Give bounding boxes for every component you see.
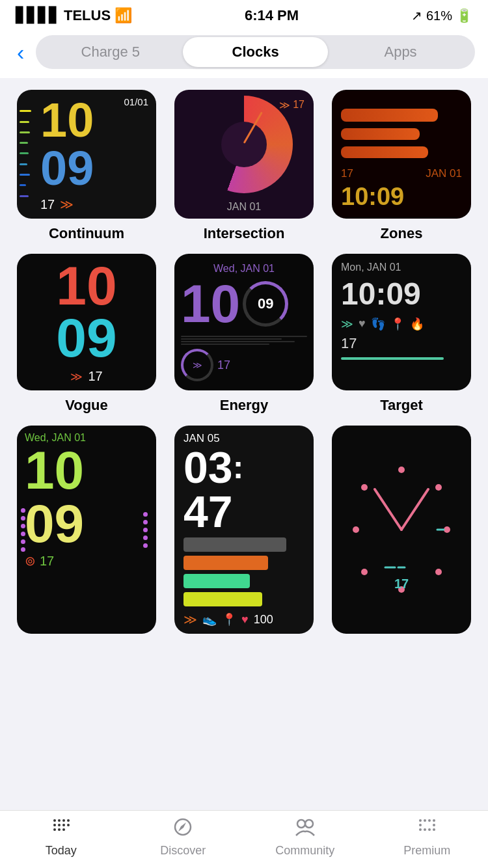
pace-bars xyxy=(183,537,305,606)
zones-meta: 17 JAN 01 xyxy=(341,167,462,180)
clock-face-pace: JAN 05 03 : 47 ≫ 👟 📍 ♥ 100 xyxy=(174,426,314,634)
back-button[interactable]: ‹ xyxy=(13,41,28,63)
conf-hour: 10 xyxy=(25,444,148,497)
nav-item-community[interactable]: Community xyxy=(266,817,344,858)
svg-point-16 xyxy=(62,819,65,822)
clock-label-zones: Zones xyxy=(381,225,423,242)
energy-chevrons-sm: ≫ xyxy=(193,360,202,370)
energy-bottom: ≫ 17 xyxy=(181,349,307,381)
target-steps-icon: 👣 xyxy=(371,317,385,331)
cont-date: 01/01 xyxy=(124,96,148,107)
clock-face-vogue: 10 09 ≫ 17 xyxy=(17,254,156,390)
nav-label-premium: Premium xyxy=(403,844,450,858)
conf-bottom: ⊚ 17 xyxy=(25,553,148,569)
energy-min: 09 xyxy=(258,295,273,312)
nav-item-discover[interactable]: Discover xyxy=(144,817,222,858)
premium-icon xyxy=(417,817,437,841)
bottom-nav: Today Discover Community xyxy=(0,810,488,868)
svg-point-20 xyxy=(53,828,56,831)
svg-point-5 xyxy=(435,569,442,575)
clock-card-confetti[interactable]: Wed, JAN 01 10 09 ⊚ 17 xyxy=(13,426,160,640)
clock-face-intersection: ≫ 17 JAN 01 xyxy=(174,90,314,219)
svg-line-9 xyxy=(401,489,428,530)
pace-steps: 100 xyxy=(254,613,273,627)
discover-icon xyxy=(173,817,193,841)
energy-date: Wed, JAN 01 xyxy=(181,263,307,275)
svg-point-17 xyxy=(53,824,56,826)
zones-steps: 17 xyxy=(341,167,353,180)
tab-charge5[interactable]: Charge 5 xyxy=(38,37,183,67)
zones-waves xyxy=(341,109,462,158)
tab-bar: Charge 5 Clocks Apps xyxy=(36,35,475,69)
wifi-icon: 📶 xyxy=(115,7,132,24)
nav-item-today[interactable]: Today xyxy=(22,817,100,858)
nav-item-premium[interactable]: Premium xyxy=(388,817,466,858)
clock-card-continuum[interactable]: 01/01 10 09 17 ≫ Continuum xyxy=(13,90,160,242)
svg-marker-26 xyxy=(178,822,186,832)
clock-card-vogue[interactable]: 10 09 ≫ 17 Vogue xyxy=(13,254,160,414)
vogue-hour: 10 xyxy=(56,260,116,312)
cont-lines xyxy=(17,90,31,219)
svg-point-28 xyxy=(305,820,313,828)
svg-point-21 xyxy=(58,828,61,831)
conf-dots-left xyxy=(21,465,30,595)
svg-point-37 xyxy=(428,828,431,831)
community-icon xyxy=(295,817,316,841)
analog-svg: 17 xyxy=(346,452,457,608)
energy-ring-sm: ≫ xyxy=(181,349,213,381)
svg-point-33 xyxy=(419,824,422,826)
header: ‹ Charge 5 Clocks Apps xyxy=(0,29,488,78)
svg-point-34 xyxy=(433,824,435,826)
clock-label-vogue: Vogue xyxy=(65,397,108,414)
svg-point-35 xyxy=(419,828,422,831)
cont-bottom: 17 ≫ xyxy=(40,197,148,212)
pace-pin-icon: 📍 xyxy=(222,612,236,627)
target-location-icon: 📍 xyxy=(390,317,405,331)
vogue-chevrons: ≫ xyxy=(70,370,83,384)
energy-ring-area: 09 xyxy=(243,281,288,327)
battery-icon: 🔋 xyxy=(456,8,472,23)
pace-colon: : xyxy=(233,448,244,486)
pace-chevrons: ≫ xyxy=(183,612,197,627)
status-time: 6:14 PM xyxy=(245,7,299,24)
svg-point-22 xyxy=(62,828,65,831)
conf-min: 09 xyxy=(25,497,148,550)
tab-apps[interactable]: Apps xyxy=(328,37,473,67)
clock-card-intersection[interactable]: ≫ 17 JAN 01 Intersection xyxy=(170,90,318,242)
clock-card-pace[interactable]: JAN 05 03 : 47 ≫ 👟 📍 ♥ 100 xyxy=(170,426,318,640)
energy-steps: 17 xyxy=(217,359,230,372)
svg-point-18 xyxy=(58,824,61,826)
target-steps: 17 xyxy=(341,335,462,352)
clock-card-zones[interactable]: 17 JAN 01 10:09 Zones xyxy=(328,90,475,242)
svg-point-14 xyxy=(53,819,56,822)
tab-clocks[interactable]: Clocks xyxy=(183,37,328,67)
cont-chevrons: ≫ xyxy=(60,197,74,212)
clock-face-zones: 17 JAN 01 10:09 xyxy=(332,90,471,219)
energy-main: 10 09 xyxy=(181,277,307,331)
cont-min: 09 xyxy=(40,144,148,193)
clock-card-target[interactable]: Mon, JAN 01 10:09 ≫ ♥ 👣 📍 🔥 17 Target xyxy=(328,254,475,414)
target-bar xyxy=(341,357,444,360)
status-carrier: ▋▋▋▋ TELUS 📶 xyxy=(16,7,132,24)
pace-heart-icon: ♥ xyxy=(241,613,249,627)
target-time: 10:09 xyxy=(341,276,462,312)
pace-min: 47 xyxy=(183,489,305,534)
svg-point-1 xyxy=(435,484,442,491)
clock-label-target: Target xyxy=(380,397,423,414)
clock-card-energy[interactable]: Wed, JAN 01 10 09 ≫ 17 xyxy=(170,254,318,414)
clock-face-target: Mon, JAN 01 10:09 ≫ ♥ 👣 📍 🔥 17 xyxy=(332,254,471,390)
signal-icon: ▋▋▋▋ xyxy=(16,7,60,24)
svg-point-27 xyxy=(297,820,305,828)
cont-steps: 17 xyxy=(40,197,55,212)
clock-card-analog[interactable]: 17 xyxy=(328,426,475,640)
svg-point-24 xyxy=(67,824,70,826)
clock-face-continuum: 01/01 10 09 17 ≫ xyxy=(17,90,156,219)
svg-point-19 xyxy=(62,824,65,826)
svg-point-32 xyxy=(433,819,435,822)
svg-point-6 xyxy=(361,569,368,575)
clock-label-intersection: Intersection xyxy=(204,225,285,242)
target-fire-icon: 🔥 xyxy=(410,317,424,331)
today-icon xyxy=(51,817,71,841)
pace-shoe-icon: 👟 xyxy=(202,612,217,627)
zones-date: JAN 01 xyxy=(426,167,462,180)
